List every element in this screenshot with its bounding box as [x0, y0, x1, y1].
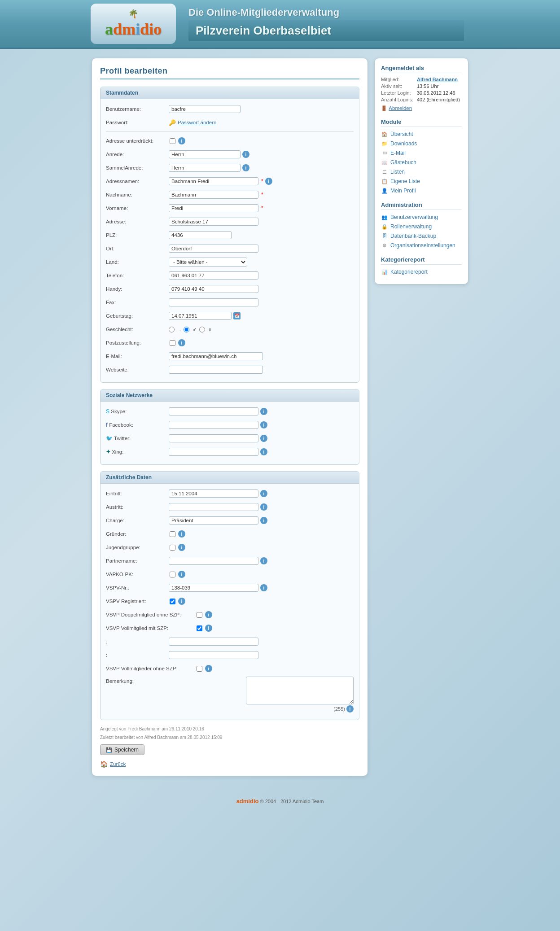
vspv-doppel-row: VSVP Doppelmitglied ohne SZP: i	[106, 609, 354, 620]
handy-row: Handy:	[106, 284, 354, 294]
xing-label: ✦ Xing:	[106, 449, 169, 455]
vapko-checkbox[interactable]	[170, 572, 175, 577]
vspv-doppel-checkbox[interactable]	[197, 612, 202, 618]
austritt-info[interactable]: i	[260, 503, 267, 511]
back-link-area: 🏠 Zurück	[100, 761, 359, 768]
sammel-anrede-control: i	[169, 164, 354, 172]
jugendgruppe-checkbox[interactable]	[170, 545, 175, 551]
geschlecht-radio-male[interactable]	[184, 327, 189, 332]
gruender-info[interactable]: i	[178, 530, 185, 538]
charge-input[interactable]	[169, 516, 258, 525]
jugendgruppe-info[interactable]: i	[178, 544, 185, 551]
anrede-info[interactable]: i	[242, 151, 249, 158]
vspv-nr-input[interactable]	[169, 584, 258, 592]
handy-input[interactable]	[169, 285, 258, 293]
vapko-info[interactable]: i	[178, 571, 185, 578]
vspv-nr-info[interactable]: i	[260, 584, 267, 591]
sammel-anrede-row: SammelAnrede: i	[106, 162, 354, 173]
back-link[interactable]: Zurück	[110, 761, 126, 767]
webseite-input[interactable]	[169, 366, 263, 374]
adressname-info[interactable]: i	[265, 178, 272, 185]
land-select[interactable]: - Bitte wählen -	[169, 258, 247, 267]
sammel-anrede-input[interactable]	[169, 164, 241, 172]
aktiv-row: Aktiv seit: 13:56 Uhr	[381, 83, 462, 89]
sidebar-link-email[interactable]: ✉ E-Mail	[381, 149, 462, 157]
sidebar-link-rollenverwaltung[interactable]: 🔒 Rollenverwaltung	[381, 223, 462, 230]
adresse-unterdrueckt-checkbox[interactable]	[170, 138, 175, 144]
vspv-voll-ohne-checkbox[interactable]	[197, 666, 202, 672]
xing-input[interactable]	[169, 448, 258, 456]
benutzername-input[interactable]	[169, 105, 241, 113]
email-input[interactable]	[169, 352, 263, 360]
save-button[interactable]: 💾 Speichern	[100, 744, 144, 755]
fax-input[interactable]	[169, 298, 258, 306]
sidebar-link-downloads[interactable]: 📁 Downloads	[381, 140, 462, 147]
mitglied-value[interactable]: Alfred Bachmann	[417, 77, 458, 82]
vorname-input[interactable]	[169, 204, 258, 212]
vspv-doppel-info[interactable]: i	[205, 611, 212, 618]
vspv-voll-info[interactable]: i	[205, 625, 212, 632]
eintritt-info[interactable]: i	[260, 490, 267, 497]
sidebar-link-listen[interactable]: ☰ Listen	[381, 168, 462, 175]
benutzername-label: Benutzername:	[106, 106, 169, 112]
partnername-input[interactable]	[169, 557, 258, 565]
adresse-unterdrueckt-control: i	[169, 137, 354, 144]
facebook-input[interactable]	[169, 421, 258, 429]
geburtstag-input[interactable]	[169, 312, 232, 320]
vspv-voll-checkbox[interactable]	[197, 625, 202, 631]
facebook-info[interactable]: i	[260, 421, 267, 428]
skype-row: S Skype: i	[106, 406, 354, 417]
sammel-anrede-info[interactable]: i	[242, 164, 249, 171]
geschlecht-radio-female[interactable]	[199, 327, 205, 332]
adresse-unterdrueckt-info[interactable]: i	[178, 137, 185, 144]
anrede-input[interactable]	[169, 150, 241, 158]
plz-label: PLZ:	[106, 232, 169, 238]
vspv-reg-info[interactable]: i	[178, 598, 185, 605]
adresse-input[interactable]	[169, 218, 258, 226]
sidebar-link-org-einstellungen[interactable]: ⚙ Organisationseinstellungen	[381, 242, 462, 249]
sidebar-link-uebersicht[interactable]: 🏠 Übersicht	[381, 131, 462, 138]
sidebar-link-datenbank[interactable]: 🗄 Datenbank-Backup	[381, 232, 462, 240]
skype-input[interactable]	[169, 407, 258, 415]
passwort-label: Passwort:	[106, 120, 169, 125]
sidebar-link-kategoriereport[interactable]: 📊 Kategoriereport	[381, 268, 462, 275]
bemerkung-info[interactable]: i	[346, 705, 354, 712]
admin-title: Administration	[381, 201, 462, 210]
geschlecht-label: Geschlecht:	[106, 327, 169, 332]
geschlecht-radio-unset[interactable]	[169, 327, 175, 332]
nachname-input[interactable]	[169, 191, 258, 199]
vspv-reg-checkbox[interactable]	[170, 599, 175, 604]
postzustellung-info[interactable]: i	[178, 339, 185, 346]
zusaetzlich-title: Zusätzliche Daten	[101, 472, 359, 484]
passwort-link[interactable]: Passwort ändern	[178, 120, 216, 125]
partnername-control: i	[169, 557, 354, 565]
eintritt-input[interactable]	[169, 490, 258, 498]
telefon-input[interactable]	[169, 271, 258, 280]
extra-field2-input[interactable]	[169, 651, 258, 659]
austritt-input[interactable]	[169, 503, 258, 511]
sidebar-link-mein-profil[interactable]: 👤 Mein Profil	[381, 187, 462, 194]
twitter-info[interactable]: i	[260, 435, 267, 442]
plz-input[interactable]	[169, 231, 232, 239]
adressname-row: Adressnamen: * i	[106, 176, 354, 187]
sidebar-link-eigene-liste[interactable]: 📋 Eigene Liste	[381, 178, 462, 185]
extra-field1-input[interactable]	[169, 638, 258, 646]
key-icon: 🔑	[169, 119, 176, 126]
abmelden-link[interactable]: Abmelden	[389, 105, 412, 111]
vspv-voll-ohne-info[interactable]: i	[205, 665, 212, 672]
header-titles: Die Online-Mitgliederverwaltung Pilzvere…	[179, 0, 473, 48]
bemerkung-textarea[interactable]	[246, 677, 354, 704]
ort-input[interactable]	[169, 245, 258, 253]
skype-info[interactable]: i	[260, 408, 267, 415]
xing-info[interactable]: i	[260, 448, 267, 455]
sidebar-link-gaestebuch[interactable]: 📖 Gästebuch	[381, 159, 462, 166]
calendar-icon[interactable]: 📅	[233, 312, 241, 319]
sidebar-link-benutzerverwaltung[interactable]: 👥 Benutzerverwaltung	[381, 214, 462, 221]
logins-row: Anzahl Logins: 402 (Ehrenmitglied)	[381, 97, 462, 102]
adressname-input[interactable]	[169, 177, 258, 185]
twitter-input[interactable]	[169, 434, 258, 442]
charge-info[interactable]: i	[260, 517, 267, 524]
partnername-info[interactable]: i	[260, 557, 267, 564]
postzustellung-checkbox[interactable]	[170, 340, 175, 346]
gruender-checkbox[interactable]	[170, 531, 175, 537]
